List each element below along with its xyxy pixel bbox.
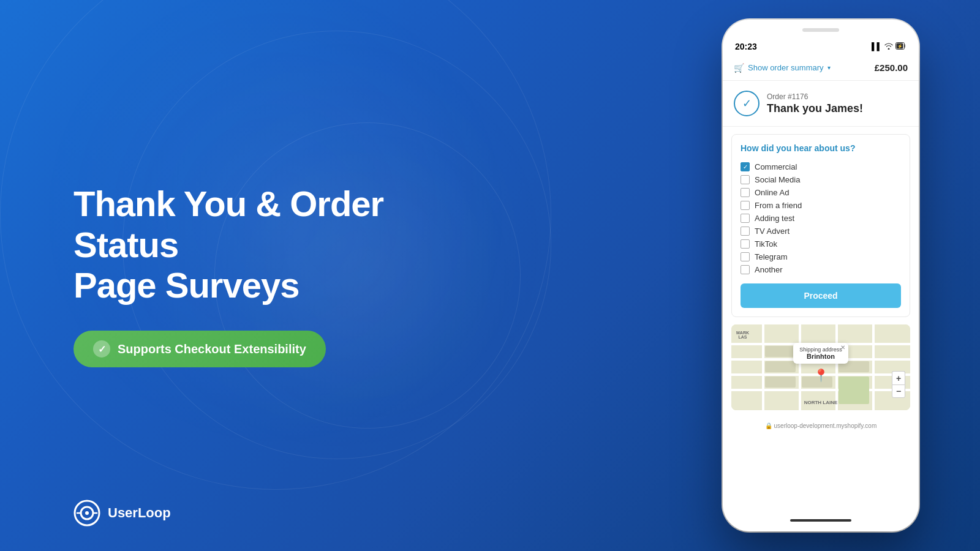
survey-section: How did you hear about us? ✓ Commercial … <box>731 134 910 317</box>
checkbox-another[interactable] <box>741 265 750 274</box>
cart-icon: 🛒 <box>734 63 744 73</box>
signal-icon: ▌▌ <box>872 42 882 51</box>
phone-frame: 20:23 ▌▌ ⚡ <box>723 20 919 531</box>
map-zoom-in-button[interactable]: + <box>892 371 905 384</box>
checkbox-from-friend[interactable] <box>741 201 750 210</box>
map-road <box>872 324 875 410</box>
map-section: NORTH LAINE MARKLAS ✕ Shipping address B… <box>731 324 910 410</box>
survey-option-adding-test[interactable]: Adding test <box>741 212 901 225</box>
option-label-social-media: Social Media <box>755 175 800 184</box>
survey-option-telegram[interactable]: Telegram <box>741 250 901 263</box>
order-number: Order #1176 <box>767 92 863 101</box>
order-check-icon: ✓ <box>734 91 760 116</box>
checkout-extensibility-badge[interactable]: ✓ Supports Checkout Extensibility <box>74 331 326 367</box>
survey-option-commercial[interactable]: ✓ Commercial <box>741 160 901 173</box>
checkbox-online-ad[interactable] <box>741 188 750 197</box>
wifi-icon <box>884 42 893 51</box>
checkbox-telegram[interactable] <box>741 252 750 261</box>
order-summary-label: Show order summary <box>748 63 824 72</box>
map-block <box>765 346 796 357</box>
option-label-commercial: Commercial <box>755 162 797 171</box>
left-content-area: Thank You & Order Status Page Surveys ✓ … <box>74 184 466 367</box>
survey-option-tv-advert[interactable]: TV Advert <box>741 225 901 238</box>
checkbox-tv-advert[interactable] <box>741 227 750 236</box>
url-text: userloop-development.myshopify.com <box>774 422 877 429</box>
logo-text: UserLoop <box>108 505 171 521</box>
badge-check-icon: ✓ <box>93 340 110 358</box>
map-road <box>799 324 801 410</box>
phone-url-bar: 🔒 userloop-development.myshopify.com <box>723 419 919 435</box>
survey-option-from-friend[interactable]: From a friend <box>741 199 901 212</box>
map-green-area <box>839 377 869 404</box>
option-label-telegram: Telegram <box>755 252 787 261</box>
option-label-online-ad: Online Ad <box>755 188 789 197</box>
survey-question: How did you hear about us? <box>741 143 901 153</box>
checkbox-adding-test[interactable] <box>741 214 750 223</box>
phone-top-area <box>723 20 919 36</box>
map-tooltip: ✕ Shipping address Brinhton <box>793 343 848 364</box>
phone-mockup: 20:23 ▌▌ ⚡ <box>723 20 919 531</box>
thank-you-text: Order #1176 Thank you James! <box>767 92 863 115</box>
phone-home-indicator[interactable] <box>790 519 851 522</box>
status-icons: ▌▌ ⚡ <box>872 42 907 51</box>
option-label-from-friend: From a friend <box>755 201 802 210</box>
survey-option-online-ad[interactable]: Online Ad <box>741 186 901 199</box>
map-block <box>765 361 796 372</box>
order-summary-bar[interactable]: 🛒 Show order summary ▾ £250.00 <box>723 55 919 81</box>
map-road <box>835 324 838 410</box>
chevron-down-icon: ▾ <box>827 64 831 71</box>
map-street-label: MARKLAS <box>736 331 749 339</box>
checkbox-tiktok[interactable] <box>741 239 750 249</box>
map-road <box>731 389 910 391</box>
svg-point-2 <box>85 511 89 515</box>
map-grid <box>731 324 910 410</box>
map-background: NORTH LAINE MARKLAS ✕ Shipping address B… <box>731 324 910 410</box>
survey-option-social-media[interactable]: Social Media <box>741 173 901 186</box>
checkbox-social-media[interactable] <box>741 175 750 184</box>
status-time: 20:23 <box>735 42 757 51</box>
map-pin: 📍 <box>813 368 829 383</box>
option-label-tv-advert: TV Advert <box>755 227 790 236</box>
badge-label: Supports Checkout Extensibility <box>118 342 306 356</box>
userloop-logo: UserLoop <box>74 500 171 527</box>
order-summary-toggle[interactable]: 🛒 Show order summary ▾ <box>734 63 831 73</box>
option-label-another: Another <box>755 265 783 274</box>
map-area-label: NORTH LAINE <box>804 400 838 405</box>
map-road <box>762 324 764 410</box>
url-lock-icon: 🔒 <box>765 422 772 429</box>
map-block <box>765 377 796 388</box>
main-title: Thank You & Order Status Page Surveys <box>74 184 466 306</box>
survey-option-another[interactable]: Another <box>741 263 901 276</box>
svg-text:⚡: ⚡ <box>897 43 903 49</box>
map-zoom-out-button[interactable]: − <box>892 384 905 398</box>
phone-content: 🛒 Show order summary ▾ £250.00 ✓ Order #… <box>723 55 919 514</box>
map-zoom-controls: + − <box>892 371 905 398</box>
proceed-button[interactable]: Proceed <box>741 283 901 308</box>
phone-speaker <box>802 28 839 32</box>
map-shipping-address-label: Shipping address <box>799 347 842 353</box>
phone-status-bar: 20:23 ▌▌ ⚡ <box>723 36 919 55</box>
battery-icon: ⚡ <box>895 42 907 51</box>
map-tooltip-close-icon[interactable]: ✕ <box>840 344 845 351</box>
survey-option-tiktok[interactable]: TikTok <box>741 238 901 250</box>
order-price: £250.00 <box>875 62 908 73</box>
logo-icon <box>74 500 100 527</box>
thank-you-message: Thank you James! <box>767 102 863 115</box>
checkbox-commercial[interactable]: ✓ <box>741 162 750 171</box>
option-label-adding-test: Adding test <box>755 214 794 223</box>
option-label-tiktok: TikTok <box>755 239 777 249</box>
phone-bottom-area <box>723 514 919 531</box>
thank-you-section: ✓ Order #1176 Thank you James! <box>723 81 919 127</box>
map-city: Brinhton <box>799 353 842 360</box>
